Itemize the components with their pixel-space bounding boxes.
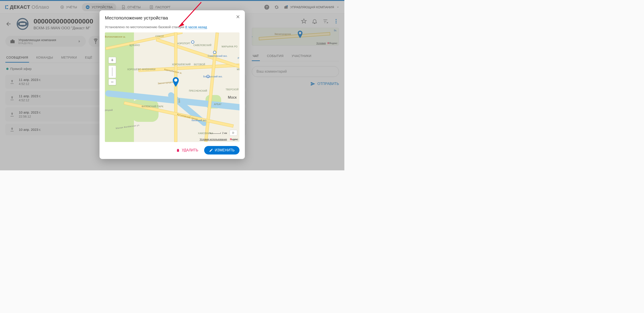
location-modal: Местоположение устройства Установлено по… bbox=[100, 10, 245, 159]
map-label: Белорусский вкз. bbox=[203, 75, 223, 78]
map-label: ФИЛЁВСКИЙ ПАРК bbox=[142, 105, 164, 108]
map-label: ТВЕРСКОЙ bbox=[226, 88, 238, 91]
map-label: АЭРОПОРТ bbox=[177, 42, 190, 45]
zoom-slider[interactable] bbox=[108, 66, 116, 78]
map-label: Киевский вкз. bbox=[192, 119, 207, 122]
map-terms-link[interactable]: Условия использования bbox=[200, 138, 227, 141]
map-label: АРБАТ bbox=[214, 103, 222, 106]
map-label: ПРЕСНЕНСКИЙ bbox=[189, 90, 207, 92]
zoom-out-button[interactable]: − bbox=[108, 79, 116, 85]
map-label: ЩУКИНО bbox=[130, 44, 140, 46]
map-label: рецкий bbox=[105, 109, 113, 111]
map-label: ХОРОШЁВО-МНЁВНИКИ bbox=[127, 68, 156, 71]
map-label: БЕГОВОЙ bbox=[194, 63, 205, 66]
map-label: МАРЬИНА РО bbox=[222, 46, 238, 48]
map-label: САВЁЛОВСКИЙ bbox=[194, 44, 212, 46]
modal-title: Местоположение устройства bbox=[105, 15, 240, 20]
svg-point-18 bbox=[174, 79, 177, 82]
map-label: МЕ bbox=[237, 68, 240, 71]
map-label: Волоколамское ш. bbox=[105, 36, 126, 38]
edit-button[interactable]: ИЗМЕНИТЬ bbox=[204, 146, 240, 154]
edit-label: ИЗМЕНИТЬ bbox=[215, 148, 235, 152]
modal-map[interactable]: СОКОЛ ЩУКИНО АЭРОПОРТ САВЁЛОВСКИЙ МАРЬИН… bbox=[105, 32, 240, 142]
delete-label: УДАЛИТЬ bbox=[182, 148, 198, 152]
map-attribution: Яндекс bbox=[230, 138, 238, 141]
modal-subtitle-text: Установлено по местоположению базовой ст… bbox=[105, 25, 185, 29]
map-label: СОКОЛ bbox=[156, 35, 164, 38]
map-pin-icon bbox=[172, 77, 180, 88]
modal-overlay[interactable]: Местоположение устройства Установлено по… bbox=[0, 0, 344, 170]
trash-icon bbox=[176, 148, 180, 152]
zoom-in-button[interactable]: + bbox=[108, 57, 116, 63]
pencil-icon bbox=[209, 148, 213, 152]
map-label: Моск bbox=[228, 96, 236, 100]
time-ago-link[interactable]: 8 часов назад bbox=[185, 25, 207, 29]
modal-subtitle: Установлено по местоположению базовой ст… bbox=[105, 25, 240, 29]
map-label: Р bbox=[238, 57, 239, 60]
close-icon[interactable] bbox=[236, 14, 240, 19]
map-label: ХОРОШЁВСКИЙ bbox=[172, 63, 190, 66]
modal-actions: УДАЛИТЬ ИЗМЕНИТЬ bbox=[105, 146, 240, 154]
ruler-button[interactable]: ⊪ bbox=[230, 130, 237, 136]
map-label: Савёловский вкз. bbox=[208, 55, 228, 57]
map-scale: 2 км bbox=[210, 132, 227, 134]
delete-button[interactable]: УДАЛИТЬ bbox=[173, 146, 201, 154]
